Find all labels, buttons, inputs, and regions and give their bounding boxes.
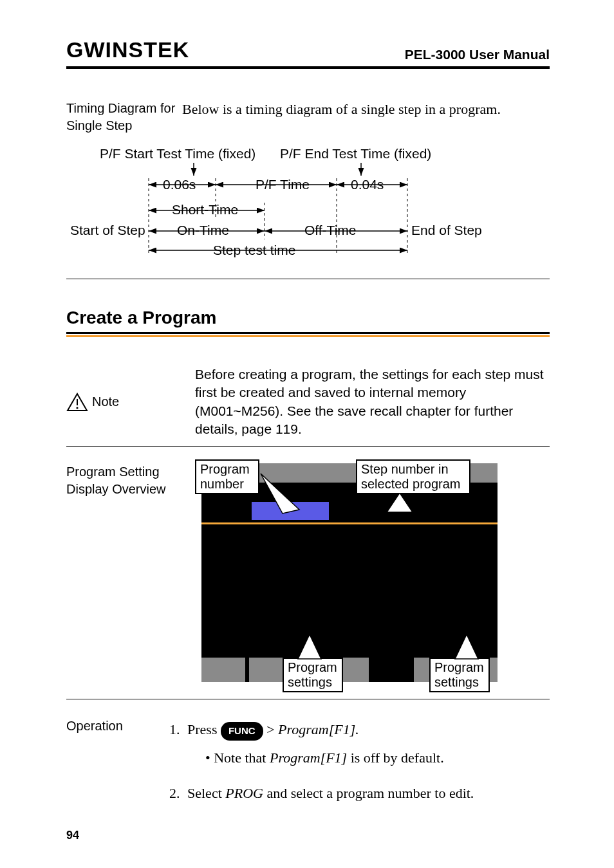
operation-step-1: 1. Press FUNC > Program[F1]. Note that P…: [169, 719, 550, 768]
step1-note-prefix: Note that: [214, 750, 270, 766]
step-number-1: 1.: [169, 719, 180, 740]
step-number-2: 2.: [169, 782, 180, 804]
start-of-step: Start of Step: [70, 223, 145, 238]
callout-program-settings-2: Program settings: [429, 658, 490, 692]
note-row: Note Before creating a program, the sett…: [66, 365, 550, 438]
callout-line-settings-2: [447, 633, 486, 660]
svg-point-15: [76, 407, 78, 409]
section-rule-black: [66, 332, 550, 334]
warning-icon: [66, 392, 88, 412]
note-left: Note: [66, 365, 195, 438]
note-bottom-rule: [66, 446, 550, 447]
section-heading: Create a Program: [66, 308, 550, 328]
timing-left-label: Timing Diagram for Single Step: [66, 100, 182, 134]
note-body: Before creating a program, the settings …: [195, 365, 550, 438]
operation-row: Operation 1. Press FUNC > Program[F1]. N…: [66, 719, 550, 812]
section-rule-orange: [66, 335, 550, 337]
display-orange-line: [201, 522, 498, 524]
logo-text: GWINSTEK: [66, 37, 189, 62]
overview-right: Program number Step number in selected p…: [195, 463, 550, 682]
callout-step-number: Step number in selected program: [356, 459, 470, 494]
overview-left-label: Program Setting Display Overview: [66, 463, 195, 682]
on-time: On-Time: [177, 223, 229, 238]
note-label: Note: [92, 394, 119, 409]
overview-bottom-rule: [66, 699, 550, 699]
callout-line-prog-num: [257, 472, 308, 517]
t-004: 0.04s: [351, 177, 384, 192]
timing-diagram: P/F Start Test Time (fixed) P/F End Test…: [66, 146, 550, 275]
svg-marker-19: [455, 634, 478, 659]
step-test-time: Step test time: [213, 243, 295, 258]
operation-label: Operation: [66, 719, 169, 812]
off-time: Off-Time: [304, 223, 357, 238]
step2-suffix: and select a program number to edit.: [263, 785, 474, 801]
t-006: 0.06s: [163, 177, 196, 192]
timing-intro-row: Timing Diagram for Single Step Below is …: [66, 100, 550, 134]
svg-marker-16: [261, 474, 299, 513]
short-time: Short-Time: [172, 202, 238, 217]
svg-marker-17: [387, 493, 413, 512]
step1-note-program: Program[F1]: [270, 750, 347, 766]
step1-program: Program[F1].: [278, 721, 359, 737]
page-header: GWINSTEK PEL-3000 User Manual: [66, 37, 550, 65]
operation-step-2: 2. Select PROG and select a program numb…: [169, 782, 550, 804]
callout-program-number: Program number: [195, 459, 259, 494]
step1-bullet: Note that Program[F1] is off by default.: [205, 747, 550, 768]
overview-row: Program Setting Display Overview Program…: [66, 463, 550, 682]
operation-body: 1. Press FUNC > Program[F1]. Note that P…: [169, 719, 550, 812]
pf-time: P/F Time: [256, 177, 310, 192]
display-softkey-sep: [245, 658, 249, 682]
callout-line-settings-1: [290, 633, 329, 660]
timing-svg: [66, 146, 555, 275]
brand-logo: GWINSTEK: [66, 37, 189, 62]
callout-program-settings-1: Program settings: [283, 658, 343, 692]
display-softkey-gap: [369, 658, 414, 682]
end-of-step: End of Step: [411, 223, 482, 238]
step2-prefix: Select: [187, 785, 225, 801]
callout-line-step-num: [380, 493, 419, 519]
step1-prefix: Press: [187, 721, 221, 737]
page-number: 94: [66, 829, 79, 842]
step1-note-suffix: is off by default.: [347, 750, 444, 766]
manual-title: PEL-3000 User Manual: [405, 47, 550, 62]
svg-marker-18: [298, 634, 321, 659]
func-button: FUNC: [221, 722, 263, 741]
step2-prog: PROG: [225, 785, 263, 801]
timing-intro-text: Below is a timing diagram of a single st…: [182, 100, 550, 119]
timing-bottom-rule: [66, 279, 550, 279]
step1-gt: >: [266, 721, 278, 737]
